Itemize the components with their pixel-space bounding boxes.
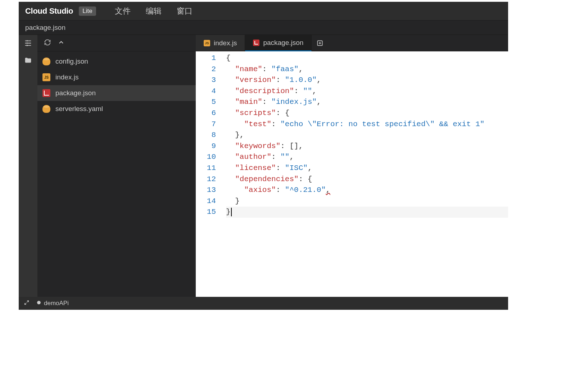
new-tab-button[interactable] [312,35,328,51]
db-icon [42,58,50,65]
tab-label: package.json [263,39,303,47]
db-icon [42,105,50,113]
file-config-json[interactable]: config.json [37,54,196,69]
lite-badge: Lite [79,6,96,16]
status-project-label: demoAPi [44,300,69,307]
sidebar: config.json JS index.js package.json ser… [37,35,196,297]
js-icon: JS [42,73,50,81]
breadcrumb-text: package.json [25,24,65,32]
folder-icon[interactable] [24,56,32,66]
tabbar: JS index.js package.json [196,35,508,51]
svg-point-0 [27,41,27,41]
file-serverless-yaml[interactable]: serverless.yaml [37,101,196,117]
file-label: index.js [55,73,78,81]
file-label: config.json [55,58,88,65]
svg-point-1 [27,43,27,43]
line-gutter: 123456789101112131415 [196,51,221,297]
menu-edit[interactable]: 编辑 [146,6,162,17]
file-index-js[interactable]: JS index.js [37,69,196,85]
tab-index-js[interactable]: JS index.js [196,35,245,51]
menubar: Cloud Studio Lite 文件 编辑 窗口 [19,2,508,20]
code-editor[interactable]: 123456789101112131415 { "name": "faas", … [196,51,508,297]
collapse-icon[interactable] [58,39,65,47]
tree-icon[interactable] [24,39,32,49]
tab-package-json[interactable]: package.json [245,35,312,51]
file-list: config.json JS index.js package.json ser… [37,51,196,117]
main-area: config.json JS index.js package.json ser… [19,35,508,297]
app-logo: Cloud Studio [25,6,73,16]
expand-icon[interactable] [24,300,30,307]
tab-label: index.js [214,39,237,47]
code-content[interactable]: { "name": "faas", "version": "1.0.0", "d… [221,51,508,297]
activity-bar [19,35,37,297]
refresh-icon[interactable] [44,39,51,47]
file-label: serverless.yaml [55,105,103,113]
npm-icon [42,89,50,97]
breadcrumb: package.json [19,20,508,35]
app-window: Cloud Studio Lite 文件 编辑 窗口 package.json [19,2,508,310]
editor-area: JS index.js package.json 123456789101112… [196,35,508,297]
puzzle-icon [36,300,42,306]
sidebar-toolbar [37,35,196,51]
status-project[interactable]: demoAPi [36,300,69,307]
menu-items: 文件 编辑 窗口 [115,6,193,17]
status-bar: demoAPi [19,297,508,310]
npm-icon [253,40,259,46]
svg-point-2 [27,45,27,46]
menu-file[interactable]: 文件 [115,6,131,17]
menu-window[interactable]: 窗口 [177,6,193,17]
file-label: package.json [55,89,96,97]
js-icon: JS [204,40,210,46]
file-package-json[interactable]: package.json [37,85,196,101]
